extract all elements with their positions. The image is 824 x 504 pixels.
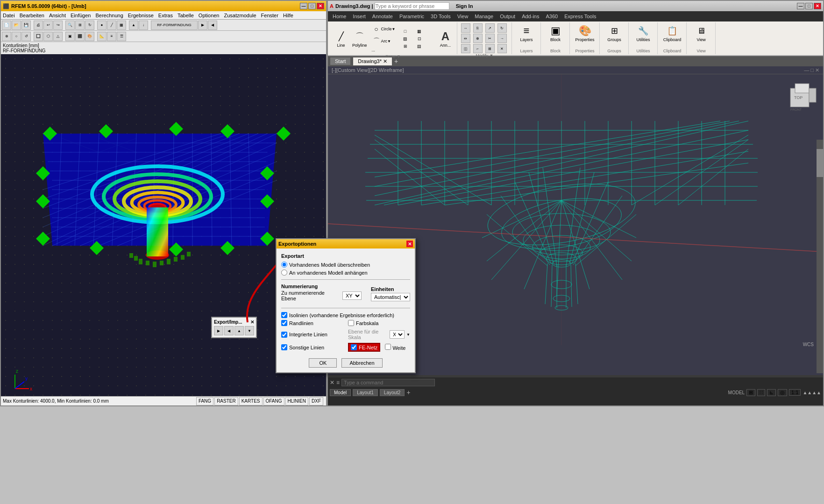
ebene-skala-select[interactable]: XY: [390, 330, 405, 339]
tb-node[interactable]: ●: [97, 21, 107, 30]
fe-netz-checkbox[interactable]: [351, 344, 357, 350]
ribbon-region-tool[interactable]: ⊞: [399, 43, 412, 50]
tb2-8[interactable]: ⬛: [75, 32, 85, 41]
cancel-button[interactable]: Abbrechen: [341, 358, 382, 368]
rfem-menu-optionen[interactable]: Optionen: [199, 13, 220, 18]
modify-stretch[interactable]: ↗: [485, 23, 495, 33]
modify-mirror[interactable]: ⇔: [461, 34, 470, 43]
exp-btn4[interactable]: ▼: [245, 326, 254, 335]
autocad-minimize-btn[interactable]: —: [797, 3, 804, 9]
ac-scrollbar-thumb[interactable]: [817, 149, 823, 177]
tb2-12[interactable]: ☰: [117, 32, 126, 41]
tab-model[interactable]: Model: [330, 389, 351, 396]
ebene-dropdown-icon[interactable]: ▼: [406, 333, 410, 337]
tb-open[interactable]: 📂: [12, 21, 21, 30]
ribbon-properties-tool[interactable]: 🎨 Properties: [574, 23, 597, 43]
ortho-btn[interactable]: ⊾: [767, 389, 776, 396]
tb-zoom[interactable]: 🔍: [65, 21, 75, 30]
ribbon-hatch-tool[interactable]: ▦: [413, 28, 426, 35]
ac-parametric-btn[interactable]: Parametric: [397, 13, 427, 20]
ac-scrollbar[interactable]: [817, 140, 823, 373]
tb2-7[interactable]: ▣: [65, 32, 75, 41]
export-tb-close[interactable]: ✕: [250, 319, 254, 325]
modify-scale[interactable]: ⊕: [473, 34, 483, 43]
modify-trim[interactable]: ✂: [485, 34, 495, 43]
tb-print[interactable]: 🖨: [34, 21, 43, 30]
exp-btn3[interactable]: ▲: [234, 326, 244, 335]
ac-express-btn[interactable]: Express Tools: [561, 13, 599, 20]
tb-new[interactable]: 📄: [2, 21, 11, 30]
tb-redo[interactable]: ↪: [53, 21, 63, 30]
rfem-menu-fenster[interactable]: Fenster: [261, 13, 278, 18]
autocad-close-btn[interactable]: ✕: [814, 3, 821, 9]
units-select[interactable]: Automatisc|: [371, 293, 410, 301]
tb-surface[interactable]: ▦: [117, 21, 126, 30]
exp-btn1[interactable]: ▶: [214, 326, 223, 335]
modify-move[interactable]: ↔: [461, 23, 470, 33]
rfem-menu-bearbeiten[interactable]: Bearbeiten: [20, 13, 44, 18]
integrierte-checkbox[interactable]: [281, 332, 287, 338]
ribbon-line-tool[interactable]: ╱ Line: [333, 29, 349, 49]
ribbon-table-tool[interactable]: ▤: [413, 43, 426, 50]
ribbon-groups-tool[interactable]: ⊞ Groups: [605, 23, 623, 43]
ac-a360-btn[interactable]: A360: [543, 13, 561, 20]
ribbon-boundary-tool[interactable]: ⊡: [413, 35, 426, 42]
snap-btn[interactable]: ∷: [757, 389, 765, 396]
tb-rf-form[interactable]: RF-FORMFINDUNG: [151, 21, 198, 30]
ribbon-arc-tool[interactable]: ⌒ Arc ▼: [370, 35, 398, 47]
tb-undo[interactable]: ↩: [43, 21, 53, 30]
status-kartes[interactable]: KARTES: [239, 397, 263, 405]
ac-view-btn[interactable]: View: [455, 13, 471, 20]
exp-btn2[interactable]: ◀: [224, 326, 234, 335]
tb2-6[interactable]: △: [53, 32, 63, 41]
add-layout-btn[interactable]: +: [406, 389, 410, 396]
tb-load[interactable]: ↓: [139, 21, 148, 30]
ribbon-circle-tool[interactable]: ○ Circle ▼: [370, 23, 398, 35]
rfem-menu-datei[interactable]: Datei: [3, 13, 15, 18]
modify-offset[interactable]: ◫: [461, 44, 470, 53]
dialog-close-btn[interactable]: ✕: [406, 241, 413, 247]
tb2-5[interactable]: ⬡: [43, 32, 53, 41]
circle-dropdown-icon[interactable]: ▼: [392, 27, 396, 31]
autocad-search-input[interactable]: [375, 2, 449, 10]
tb2-2[interactable]: ○: [12, 32, 21, 41]
weite-checkbox[interactable]: [385, 344, 391, 350]
ac-home-btn[interactable]: Home: [330, 13, 349, 20]
status-raster[interactable]: RASTER: [214, 397, 238, 405]
tab-layout2[interactable]: Layout2: [380, 389, 405, 396]
rfem-menu-berechnung[interactable]: Berechnung: [95, 13, 123, 18]
add-tab-btn[interactable]: +: [394, 57, 398, 65]
tb-rotate[interactable]: ↻: [85, 21, 94, 30]
autocad-maximize-btn[interactable]: □: [805, 3, 813, 9]
xy-select[interactable]: XY: [342, 291, 362, 300]
ribbon-utilities-tool[interactable]: 🔧 Utilities: [635, 23, 652, 43]
ribbon-layers-tool[interactable]: ≡ Layers: [518, 23, 535, 43]
rfem-menu-hilfe[interactable]: Hilfe: [283, 13, 293, 18]
tab-layout1[interactable]: Layout1: [353, 389, 378, 396]
modify-erase[interactable]: ✕: [497, 44, 507, 53]
tb-save[interactable]: 💾: [21, 21, 31, 30]
polar-btn[interactable]: ◎: [778, 389, 787, 396]
status-ofang[interactable]: OFANG: [263, 397, 284, 405]
ac-addins-btn[interactable]: Add-ins: [519, 13, 542, 20]
ok-button[interactable]: OK: [309, 358, 337, 368]
rfem-menu-ansicht[interactable]: Ansicht: [49, 13, 66, 18]
rfem-menu-tabelle[interactable]: Tabelle: [178, 13, 194, 18]
ribbon-more-tools[interactable]: ···: [370, 48, 398, 54]
rfem-maximize-btn[interactable]: □: [308, 3, 316, 9]
rfem-close-btn[interactable]: ✕: [317, 3, 324, 9]
ac-insert-btn[interactable]: Insert: [350, 13, 369, 20]
tb2-9[interactable]: 🎨: [85, 32, 94, 41]
tb2-11[interactable]: ≡: [107, 32, 116, 41]
ribbon-gradient-tool[interactable]: ▨: [399, 35, 412, 42]
radio-overwrite[interactable]: [281, 262, 287, 268]
status-fang[interactable]: FANG: [196, 397, 213, 405]
tab-start[interactable]: Start: [330, 57, 351, 65]
ribbon-rect-tool[interactable]: □: [399, 28, 412, 35]
randlinien-checkbox[interactable]: [281, 320, 287, 326]
modify-extend[interactable]: →: [497, 34, 507, 43]
ribbon-annotation-tool[interactable]: A Ann...: [437, 29, 454, 49]
ac-annotate-btn[interactable]: Annotate: [369, 13, 396, 20]
autocad-signin[interactable]: Sign In: [456, 3, 473, 9]
ac-output-btn[interactable]: Output: [497, 13, 518, 20]
